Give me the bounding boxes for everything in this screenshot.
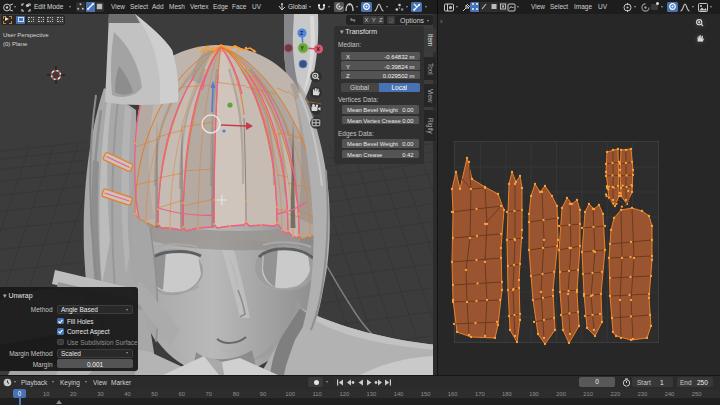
svg-text:X: X	[316, 46, 320, 52]
svg-text:Y: Y	[300, 45, 304, 51]
